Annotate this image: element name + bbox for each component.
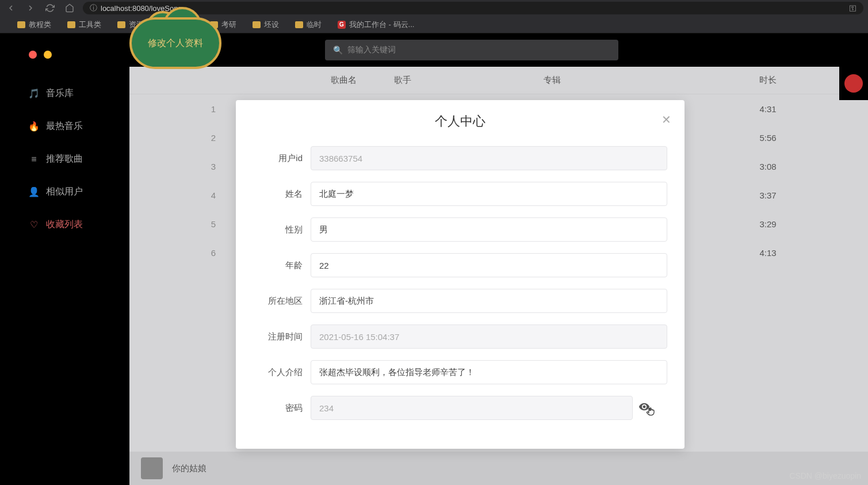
- bookmark-item[interactable]: 工具类: [67, 20, 101, 30]
- browser-nav-bar: ⓘ localhost:8080/loveSong ⚿: [0, 0, 868, 16]
- chalkboard-text: 修改个人资料: [129, 17, 221, 69]
- bookmark-item[interactable]: 坯设: [253, 20, 279, 30]
- input-userid: [311, 146, 667, 170]
- label-bio: 个人介绍: [253, 367, 311, 378]
- sidebar: 🎵音乐库 🔥最热音乐 ≡推荐歌曲 👤相似用户 ♡收藏列表: [13, 33, 129, 485]
- song-avatar[interactable]: [141, 457, 163, 479]
- label-region: 所在地区: [253, 296, 311, 307]
- form-row-bio: 个人介绍: [236, 360, 685, 384]
- chalkboard-badge: 修改个人资料: [129, 17, 221, 69]
- folder-icon: [253, 21, 261, 28]
- search-placeholder: 筛输入关键词: [347, 45, 396, 55]
- input-regtime: [311, 324, 667, 349]
- top-bar: 🔍 筛输入关键词: [129, 33, 868, 67]
- input-age[interactable]: [311, 253, 667, 277]
- heart-icon: ♡: [29, 220, 39, 230]
- url-bar[interactable]: ⓘ localhost:8080/loveSong ⚿: [83, 2, 863, 14]
- form-row-age: 年龄: [236, 253, 685, 277]
- user-menu-area: [839, 67, 868, 100]
- sidebar-item-library[interactable]: 🎵音乐库: [13, 81, 129, 106]
- toggle-password-visibility[interactable]: [638, 401, 650, 415]
- form-row-name: 姓名: [236, 182, 685, 206]
- now-playing-title: 你的姑娘: [172, 463, 207, 474]
- sidebar-item-favorites[interactable]: ♡收藏列表: [13, 212, 129, 238]
- form-row-password: 密码: [236, 396, 685, 420]
- bookmark-item[interactable]: G我的工作台 - 码云...: [338, 20, 414, 30]
- key-icon[interactable]: ⚿: [849, 4, 856, 13]
- reload-button[interactable]: [44, 2, 56, 14]
- music-icon: 🎵: [29, 89, 39, 99]
- form-row-gender: 性别: [236, 217, 685, 242]
- fire-icon: 🔥: [29, 121, 39, 132]
- close-light[interactable]: [29, 51, 37, 59]
- folder-icon: [117, 21, 125, 28]
- close-icon[interactable]: ✕: [659, 113, 673, 127]
- label-password: 密码: [253, 403, 311, 414]
- form-row-userid: 用户id: [236, 146, 685, 170]
- sidebar-item-recommend[interactable]: ≡推荐歌曲: [13, 146, 129, 172]
- user-icon: 👤: [29, 187, 39, 197]
- header-duration: 时长: [733, 75, 802, 86]
- sidebar-item-similar[interactable]: 👤相似用户: [13, 179, 129, 205]
- search-icon: 🔍: [333, 45, 343, 55]
- watermark: CSDN @biyezuopin: [789, 471, 861, 480]
- bookmark-item[interactable]: 临时: [295, 20, 322, 30]
- header-song: 歌曲名: [233, 75, 394, 86]
- input-gender[interactable]: [311, 217, 667, 242]
- label-regtime: 注册时间: [253, 331, 311, 342]
- form-row-regtime: 注册时间: [236, 324, 685, 349]
- label-userid: 用户id: [253, 153, 311, 164]
- modal-title: 个人中心 ✕: [236, 100, 685, 146]
- input-bio[interactable]: [311, 360, 667, 384]
- header-artist: 歌手: [394, 75, 544, 86]
- back-button[interactable]: [5, 2, 17, 14]
- traffic-lights: [13, 51, 129, 59]
- label-age: 年龄: [253, 260, 311, 271]
- cursor-hand-icon: [645, 406, 657, 417]
- search-input[interactable]: 🔍 筛输入关键词: [325, 40, 618, 60]
- sidebar-item-hot[interactable]: 🔥最热音乐: [13, 113, 129, 139]
- player-bar: 你的姑娘: [129, 452, 868, 485]
- input-name[interactable]: [311, 182, 667, 206]
- left-margin: [0, 33, 13, 485]
- header-album: 专辑: [544, 75, 733, 86]
- form-row-region: 所在地区: [236, 289, 685, 313]
- input-region[interactable]: [311, 289, 667, 313]
- forward-button[interactable]: [24, 2, 37, 14]
- minimize-light[interactable]: [44, 51, 52, 59]
- home-button[interactable]: [63, 2, 76, 14]
- label-name: 姓名: [253, 189, 311, 200]
- folder-icon: [295, 21, 303, 28]
- folder-icon: [67, 21, 75, 28]
- folder-icon: [17, 21, 25, 28]
- table-header: 歌曲名 歌手 专辑 时长: [129, 67, 868, 94]
- info-icon: ⓘ: [90, 3, 97, 13]
- bookmark-item[interactable]: 教程类: [17, 20, 51, 30]
- list-icon: ≡: [29, 154, 39, 165]
- input-password[interactable]: [311, 396, 633, 420]
- label-gender: 性别: [253, 224, 311, 235]
- profile-modal: 个人中心 ✕ 用户id 姓名 性别 年龄 所在地区 注册时间 个人介绍 密码: [236, 100, 685, 449]
- gitee-icon: G: [338, 21, 346, 29]
- user-avatar-button[interactable]: [844, 74, 863, 93]
